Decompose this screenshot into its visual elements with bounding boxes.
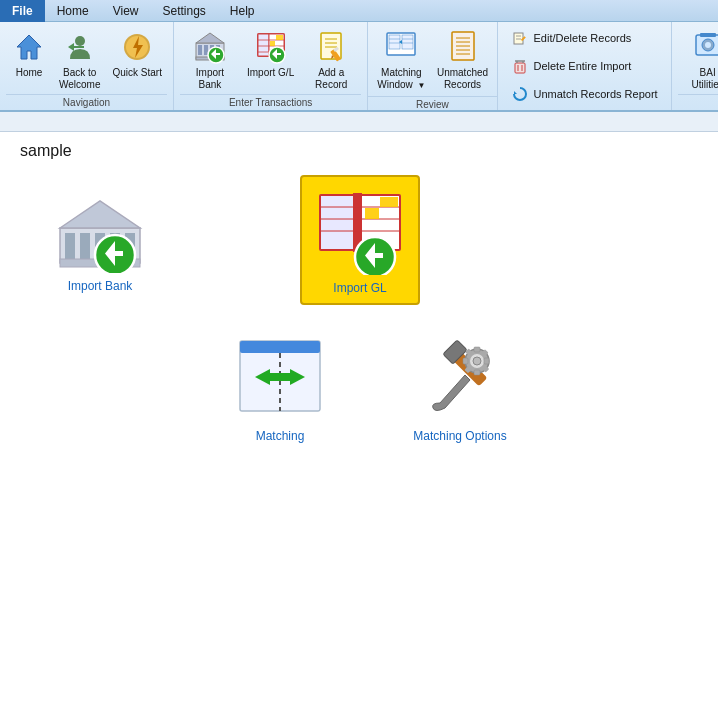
- import-bank-ribbon-icon: [192, 29, 228, 65]
- svg-rect-97: [463, 358, 468, 364]
- ribbon: Home Back toWelcome: [0, 22, 718, 112]
- unmatched-records-label: UnmatchedRecords: [437, 67, 488, 91]
- matching-options-app-img: [415, 333, 505, 423]
- quick-start-btn[interactable]: Quick Start: [108, 26, 167, 82]
- matching-window-label: MatchingWindow ▼: [377, 67, 425, 91]
- edit-delete-label: Edit/Delete Records: [534, 32, 632, 44]
- svg-rect-87: [240, 341, 320, 353]
- svg-marker-56: [514, 91, 517, 94]
- matching-options-app-icon[interactable]: Matching Options: [400, 325, 520, 451]
- review-group-label: Review: [368, 96, 496, 110]
- svg-rect-96: [474, 370, 480, 375]
- matching-window-btn[interactable]: MatchingWindow ▼: [372, 26, 430, 94]
- svg-rect-46: [514, 33, 523, 44]
- import-gl-ribbon-label: Import G/L: [247, 67, 294, 79]
- back-to-welcome-btn[interactable]: Back toWelcome: [54, 26, 106, 94]
- back-to-welcome-icon: [62, 29, 98, 65]
- home-icon: [11, 29, 47, 65]
- svg-point-1: [75, 36, 85, 46]
- svg-rect-16: [258, 34, 269, 56]
- svg-rect-33: [389, 35, 400, 49]
- svg-marker-0: [17, 35, 41, 59]
- delete-entire-import-btn[interactable]: Delete Entire Import: [506, 54, 663, 78]
- bai-utilities-icon: [690, 29, 718, 65]
- main-content: sample: [0, 132, 718, 703]
- navigation-group-label: Navigation: [6, 94, 167, 108]
- unmatched-records-icon: [445, 29, 481, 65]
- svg-rect-22: [276, 35, 283, 40]
- svg-rect-95: [474, 347, 480, 352]
- svg-rect-65: [80, 233, 90, 259]
- matching-app-icon[interactable]: Matching: [220, 325, 340, 451]
- svg-marker-11: [196, 33, 224, 43]
- import-gl-app-label: Import GL: [333, 281, 386, 295]
- delete-entire-label: Delete Entire Import: [534, 60, 632, 72]
- tab-home[interactable]: Home: [45, 0, 101, 22]
- bai-utilities-label: BAI Utilities: [683, 67, 718, 91]
- delete-entire-icon: [511, 57, 529, 75]
- svg-point-59: [705, 42, 711, 48]
- import-bank-app-icon[interactable]: Import Bank: [40, 175, 160, 301]
- back-to-welcome-label: Back toWelcome: [59, 67, 101, 91]
- ribbon-group-review: MatchingWindow ▼ Unmatche: [368, 22, 671, 110]
- bai-utilities-btn[interactable]: BAI Utilities: [678, 26, 718, 94]
- home-btn[interactable]: Home: [6, 26, 52, 82]
- svg-rect-34: [402, 35, 413, 49]
- ribbon-group-navigation: Home Back toWelcome: [0, 22, 174, 110]
- breadcrumb: [0, 112, 718, 132]
- review-ribbon-items: MatchingWindow ▼ Unmatche: [368, 22, 496, 96]
- edit-delete-icon: [511, 29, 529, 47]
- matching-window-icon: [383, 29, 419, 65]
- unmatch-records-label: Unmatch Records Report: [534, 88, 658, 100]
- svg-rect-73: [320, 195, 358, 250]
- quick-start-icon: [119, 29, 155, 65]
- matching-options-app-label: Matching Options: [413, 429, 506, 443]
- import-bank-app-label: Import Bank: [68, 279, 133, 293]
- svg-rect-60: [700, 33, 716, 37]
- tab-help[interactable]: Help: [218, 0, 267, 22]
- unmatched-records-btn[interactable]: UnmatchedRecords: [433, 26, 493, 94]
- import-gl-app-img: [315, 185, 405, 275]
- tab-settings[interactable]: Settings: [150, 0, 217, 22]
- unmatch-records-report-btn[interactable]: Unmatch Records Report: [506, 82, 663, 106]
- svg-rect-83: [380, 197, 398, 207]
- unmatch-records-icon: [511, 85, 529, 103]
- add-record-btn[interactable]: Add a Record: [301, 26, 361, 94]
- import-bank-ribbon-label: Import Bank: [185, 67, 235, 91]
- transactions-group-label: Enter Transactions: [180, 94, 361, 108]
- page-title: sample: [20, 142, 698, 160]
- ribbon-utilities-items: BAI Utilities Quick Imp...: [678, 26, 718, 94]
- quick-start-label: Quick Start: [113, 67, 162, 79]
- edit-delete-records-btn[interactable]: Edit/Delete Records: [506, 26, 663, 50]
- import-gl-app-icon[interactable]: Import GL: [300, 175, 420, 305]
- svg-marker-69: [60, 201, 140, 228]
- matching-app-img: [235, 333, 325, 423]
- import-gl-ribbon-btn[interactable]: Import G/L: [242, 26, 299, 82]
- tab-view[interactable]: View: [101, 0, 151, 22]
- import-bank-ribbon-btn[interactable]: Import Bank: [180, 26, 240, 94]
- tab-file[interactable]: File: [0, 0, 45, 22]
- svg-point-103: [473, 357, 481, 365]
- import-bank-app-img: [55, 183, 145, 273]
- matching-app-label: Matching: [256, 429, 305, 443]
- add-record-icon: [313, 29, 349, 65]
- tab-bar: File Home View Settings Help: [0, 0, 718, 22]
- home-label: Home: [16, 67, 43, 79]
- utilities-group-label: Utilities: [678, 94, 718, 108]
- svg-rect-82: [365, 208, 379, 219]
- ribbon-transactions-items: Import Bank: [180, 26, 361, 94]
- add-record-label: Add a Record: [306, 67, 356, 91]
- svg-rect-98: [484, 358, 489, 364]
- import-gl-ribbon-icon: [253, 29, 289, 65]
- ribbon-navigation-items: Home Back toWelcome: [6, 26, 167, 94]
- ribbon-group-transactions: Import Bank: [174, 22, 368, 110]
- review-right-col: Edit/Delete Records Delete Entire Import: [497, 22, 671, 110]
- svg-rect-21: [270, 41, 275, 46]
- svg-rect-64: [65, 233, 75, 259]
- svg-rect-50: [515, 63, 525, 73]
- ribbon-group-utilities: BAI Utilities Quick Imp... Utilities: [672, 22, 718, 110]
- svg-rect-7: [198, 45, 202, 55]
